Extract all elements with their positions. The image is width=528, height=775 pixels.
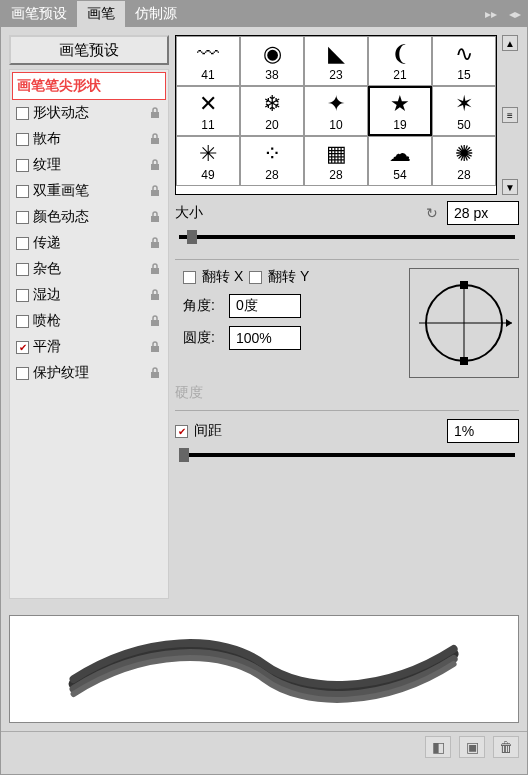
reset-size-icon[interactable]: ↻: [423, 204, 441, 222]
option-checkbox[interactable]: [16, 185, 29, 198]
option-checkbox[interactable]: [16, 107, 29, 120]
lock-icon[interactable]: [148, 262, 162, 276]
brush-grid-scrollbar[interactable]: ▲ ≡ ▼: [501, 35, 519, 195]
brush-splat-icon: ✺: [455, 140, 473, 168]
svg-marker-14: [506, 319, 512, 327]
angle-control[interactable]: [409, 268, 519, 378]
lock-icon[interactable]: [148, 210, 162, 224]
brush-option-row[interactable]: 保护纹理: [12, 360, 166, 386]
svg-rect-3: [151, 190, 159, 196]
brush-option-row[interactable]: 传递: [12, 230, 166, 256]
lock-icon[interactable]: [148, 314, 162, 328]
scroll-up-icon[interactable]: ▲: [502, 35, 518, 51]
brush-thumbnail[interactable]: ▦28: [304, 136, 368, 186]
brush-thumbnail[interactable]: ✕11: [176, 86, 240, 136]
brush-thumbnail[interactable]: ☁54: [368, 136, 432, 186]
brush-size-number: 19: [393, 118, 406, 132]
brush-option-row[interactable]: 杂色: [12, 256, 166, 282]
brush-x-icon: ✕: [199, 90, 217, 118]
spacing-input[interactable]: 1%: [447, 419, 519, 443]
option-checkbox[interactable]: [16, 211, 29, 224]
angle-label: 角度:: [183, 297, 223, 315]
brush-option-row[interactable]: 颜色动态: [12, 204, 166, 230]
option-checkbox[interactable]: [16, 315, 29, 328]
flip-x-checkbox[interactable]: [183, 271, 196, 284]
size-slider[interactable]: [179, 235, 515, 239]
toggle-panel-icon[interactable]: ◧: [425, 736, 451, 758]
brush-option-row[interactable]: 散布: [12, 126, 166, 152]
brush-grid-icon: ▦: [326, 140, 347, 168]
flip-y-checkbox[interactable]: [249, 271, 262, 284]
brush-option-row[interactable]: 形状动态: [12, 100, 166, 126]
brush-option-row[interactable]: 双重画笔: [12, 178, 166, 204]
option-checkbox[interactable]: [16, 263, 29, 276]
brush-spark-icon: ✶: [455, 90, 473, 118]
flip-x-label: 翻转 X: [202, 268, 243, 286]
option-label: 双重画笔: [33, 182, 144, 200]
brush-thumbnail[interactable]: ★19: [368, 86, 432, 136]
brush-thumbnail[interactable]: 〰41: [176, 36, 240, 86]
lock-icon[interactable]: [148, 236, 162, 250]
brush-thumbnail[interactable]: ✶50: [432, 86, 496, 136]
size-label: 大小: [175, 204, 215, 222]
svg-rect-6: [151, 268, 159, 274]
delete-brush-icon[interactable]: 🗑: [493, 736, 519, 758]
brush-thumbnail[interactable]: ✦10: [304, 86, 368, 136]
bottom-toolbar: ◧ ▣ 🗑: [1, 731, 527, 761]
brush-thumbnail[interactable]: ⁘28: [240, 136, 304, 186]
svg-rect-5: [151, 242, 159, 248]
brush-thumbnail[interactable]: ❄20: [240, 86, 304, 136]
lock-icon[interactable]: [148, 158, 162, 172]
brush-view-menu-icon[interactable]: ≡: [502, 107, 518, 123]
lock-icon[interactable]: [148, 184, 162, 198]
svg-rect-9: [151, 346, 159, 352]
brush-preset-button[interactable]: 画笔预设: [9, 35, 169, 65]
spacing-slider[interactable]: [179, 453, 515, 457]
lock-icon[interactable]: [148, 132, 162, 146]
panel-menu-icon[interactable]: ◂▸: [503, 1, 527, 27]
option-checkbox[interactable]: [16, 289, 29, 302]
brush-size-number: 28: [265, 168, 278, 182]
roundness-input[interactable]: 100%: [229, 326, 301, 350]
new-brush-icon[interactable]: ▣: [459, 736, 485, 758]
brush-option-row[interactable]: 平滑: [12, 334, 166, 360]
brush-option-row[interactable]: 喷枪: [12, 308, 166, 334]
lock-icon[interactable]: [148, 340, 162, 354]
angle-area: 翻转 X 翻转 Y 角度: 0度 圆度: 100%: [175, 268, 519, 378]
tab-brush-presets[interactable]: 画笔预设: [1, 1, 77, 27]
roundness-label: 圆度:: [183, 329, 223, 347]
option-label: 平滑: [33, 338, 144, 356]
scroll-down-icon[interactable]: ▼: [502, 179, 518, 195]
brush-size-number: 21: [393, 68, 406, 82]
svg-rect-10: [151, 372, 159, 378]
lock-icon[interactable]: [148, 288, 162, 302]
size-input[interactable]: 28 px: [447, 201, 519, 225]
spacing-checkbox[interactable]: [175, 425, 188, 438]
brush-thumbnail[interactable]: ❨21: [368, 36, 432, 86]
option-checkbox[interactable]: [16, 367, 29, 380]
brush-size-number: 10: [329, 118, 342, 132]
brush-thumbnail[interactable]: ✺28: [432, 136, 496, 186]
tab-clone-source[interactable]: 仿制源: [125, 1, 187, 27]
brush-tip-shape-label: 画笔笔尖形状: [17, 77, 161, 95]
brush-size-number: 49: [201, 168, 214, 182]
brush-option-row[interactable]: 湿边: [12, 282, 166, 308]
brush-option-row[interactable]: 纹理: [12, 152, 166, 178]
brush-thumbnail[interactable]: ◉38: [240, 36, 304, 86]
tab-brush[interactable]: 画笔: [77, 1, 125, 27]
option-checkbox[interactable]: [16, 341, 29, 354]
brush-thumbnail[interactable]: ∿15: [432, 36, 496, 86]
settings-column: 〰41◉38◣23❨21∿15✕11❄20✦10★19✶50✳49⁘28▦28☁…: [175, 35, 519, 599]
option-label: 湿边: [33, 286, 144, 304]
brush-thumbnail[interactable]: ✳49: [176, 136, 240, 186]
option-checkbox[interactable]: [16, 133, 29, 146]
brush-tip-shape-option[interactable]: 画笔笔尖形状: [12, 72, 166, 100]
option-checkbox[interactable]: [16, 159, 29, 172]
option-checkbox[interactable]: [16, 237, 29, 250]
collapse-icon[interactable]: ▸▸: [479, 1, 503, 27]
brush-thumbnail[interactable]: ◣23: [304, 36, 368, 86]
lock-icon[interactable]: [148, 366, 162, 380]
angle-input[interactable]: 0度: [229, 294, 301, 318]
lock-icon[interactable]: [148, 106, 162, 120]
hardness-label: 硬度: [175, 384, 203, 402]
